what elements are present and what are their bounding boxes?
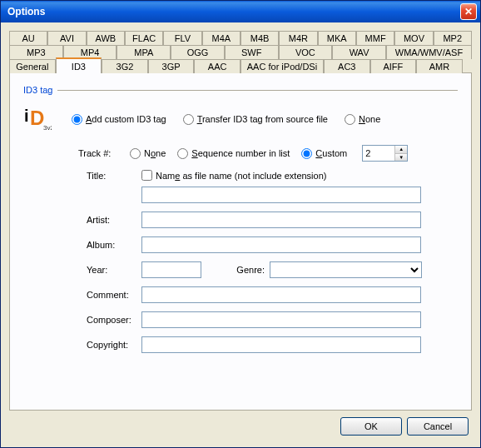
artist-input[interactable] <box>141 212 421 228</box>
composer-input[interactable] <box>141 311 421 328</box>
track-value[interactable] <box>363 146 394 161</box>
tab-strip: AU AVI AWB FLAC FLV M4A M4B M4R MKA MMF … <box>9 31 472 73</box>
close-icon[interactable]: ✕ <box>460 3 477 20</box>
svg-text:3v2: 3v2 <box>43 124 52 132</box>
tab-m4r[interactable]: M4R <box>279 31 317 45</box>
tab-aac[interactable]: AAC <box>194 59 240 73</box>
tab-ogg[interactable]: OGG <box>171 45 225 59</box>
copyright-label: Copyright: <box>87 340 141 350</box>
radio-track-none[interactable]: None <box>130 148 166 159</box>
spin-down-icon[interactable]: ▼ <box>395 154 407 162</box>
year-input[interactable] <box>141 261 201 278</box>
genre-select[interactable] <box>270 261 422 278</box>
group-title: ID3 tag <box>23 85 458 95</box>
year-label: Year: <box>87 265 141 275</box>
tab-flv[interactable]: FLV <box>163 31 201 45</box>
svg-text:D: D <box>30 107 44 129</box>
spin-up-icon[interactable]: ▲ <box>395 146 407 154</box>
tab-wav[interactable]: WAV <box>332 45 386 59</box>
tab-id3[interactable]: ID3 <box>56 57 102 73</box>
tab-amr[interactable]: AMR <box>416 59 463 73</box>
radio-add-custom[interactable]: Add custom ID3 tag <box>72 114 166 125</box>
tab-page-id3: ID3 tag i D 3v2 Add custom ID3 tag <box>9 72 472 411</box>
comment-label: Comment: <box>87 290 141 300</box>
track-label: Track #: <box>78 148 118 158</box>
dialog-footer: OK Cancel <box>9 411 472 439</box>
radio-transfer[interactable]: Transfer ID3 tag from source file <box>183 114 328 125</box>
genre-label: Genre: <box>228 265 270 275</box>
track-spinner[interactable]: ▲ ▼ <box>362 145 408 162</box>
artist-label: Artist: <box>87 215 141 225</box>
comment-input[interactable] <box>141 286 421 303</box>
title-label: Title: <box>87 170 141 181</box>
tab-3gp[interactable]: 3GP <box>148 59 195 73</box>
tab-m4a[interactable]: M4A <box>202 31 240 45</box>
tab-m4b[interactable]: M4B <box>240 31 279 45</box>
cancel-button[interactable]: Cancel <box>407 417 469 436</box>
name-as-filename-checkbox[interactable]: Name as file name (not include extension… <box>141 170 421 181</box>
copyright-input[interactable] <box>141 336 421 353</box>
tab-mka[interactable]: MKA <box>318 31 356 45</box>
tab-avi[interactable]: AVI <box>47 31 86 45</box>
tab-mp2[interactable]: MP2 <box>434 31 472 45</box>
tab-aac-ipod[interactable]: AAC for iPod/DSi <box>240 59 324 73</box>
tab-swf[interactable]: SWF <box>225 45 279 59</box>
tab-mmf[interactable]: MMF <box>356 31 394 45</box>
divider <box>57 90 458 91</box>
tab-general[interactable]: General <box>9 59 56 73</box>
titlebar: Options ✕ <box>1 1 480 22</box>
options-dialog: Options ✕ AU AVI AWB FLAC FLV M4A M4B M4… <box>0 0 481 448</box>
tab-aiff[interactable]: AIFF <box>370 59 417 73</box>
radio-none-main[interactable]: None <box>345 114 380 125</box>
tab-voc[interactable]: VOC <box>279 45 333 59</box>
album-label: Album: <box>87 240 141 250</box>
title-input[interactable] <box>141 187 421 203</box>
svg-text:i: i <box>24 107 29 125</box>
radio-track-seq[interactable]: Sequence number in list <box>177 148 290 159</box>
tab-flac[interactable]: FLAC <box>125 31 163 45</box>
composer-label: Composer: <box>87 315 141 325</box>
group-title-text: ID3 tag <box>23 85 52 95</box>
tab-3g2[interactable]: 3G2 <box>102 59 148 73</box>
tab-wma[interactable]: WMA/WMV/ASF <box>386 45 472 59</box>
window-title: Options <box>7 6 460 17</box>
radio-track-custom[interactable]: Custom <box>301 148 347 159</box>
tab-ac3[interactable]: AC3 <box>324 59 370 73</box>
id3-icon: i D 3v2 <box>23 105 52 133</box>
ok-button[interactable]: OK <box>340 417 402 436</box>
tab-mov[interactable]: MOV <box>394 31 433 45</box>
tab-awb[interactable]: AWB <box>87 31 125 45</box>
tab-mpa[interactable]: MPA <box>117 45 171 59</box>
tab-au[interactable]: AU <box>9 31 47 45</box>
album-input[interactable] <box>141 236 421 253</box>
